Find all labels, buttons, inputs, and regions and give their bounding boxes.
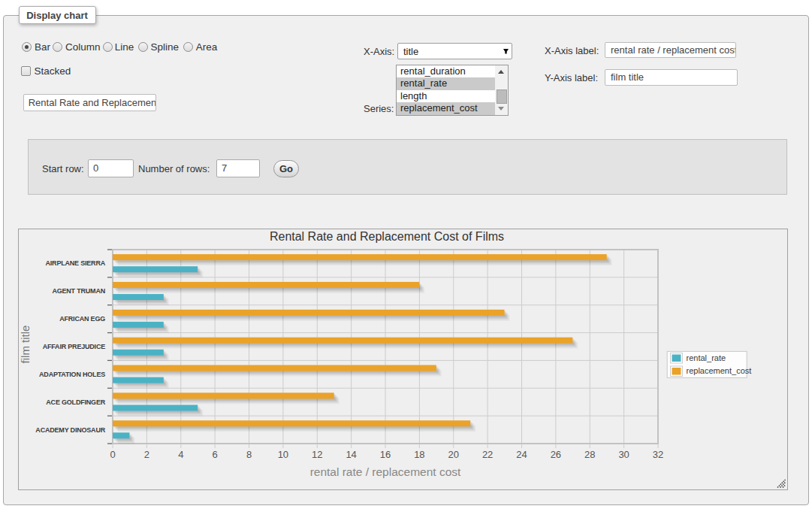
svg-text:ADAPTATION HOLES: ADAPTATION HOLES — [39, 371, 105, 378]
svg-text:16: 16 — [380, 449, 391, 460]
svg-text:AIRPLANE SIERRA: AIRPLANE SIERRA — [45, 259, 105, 267]
svg-text:32: 32 — [653, 449, 663, 460]
svg-text:AGENT TRUMAN: AGENT TRUMAN — [52, 287, 105, 295]
svg-text:rental_rate: rental_rate — [687, 353, 726, 362]
svg-text:film title: film title — [19, 326, 32, 364]
svg-text:22: 22 — [482, 449, 493, 460]
svg-text:rental rate / replacement cost: rental rate / replacement cost — [310, 465, 461, 478]
svg-text:ACADEMY DINOSAUR: ACADEMY DINOSAUR — [35, 426, 105, 434]
svg-text:12: 12 — [312, 449, 322, 460]
svg-text:26: 26 — [551, 449, 561, 460]
svg-text:20: 20 — [448, 449, 459, 460]
svg-text:AFFAIR PREJUDICE: AFFAIR PREJUDICE — [43, 343, 106, 350]
svg-text:6: 6 — [213, 449, 218, 460]
svg-text:28: 28 — [584, 449, 595, 460]
svg-text:24: 24 — [516, 449, 527, 460]
svg-text:14: 14 — [346, 449, 356, 460]
svg-text:4: 4 — [178, 449, 183, 460]
svg-text:18: 18 — [414, 449, 424, 460]
svg-text:30: 30 — [618, 449, 629, 460]
svg-text:2: 2 — [144, 449, 149, 460]
svg-text:replacement_cost: replacement_cost — [687, 366, 752, 375]
svg-text:Rental Rate and Replacement Co: Rental Rate and Replacement Cost of Film… — [270, 230, 504, 243]
svg-text:0: 0 — [110, 449, 115, 460]
svg-text:AFRICAN EGG: AFRICAN EGG — [59, 315, 105, 323]
svg-text:8: 8 — [246, 449, 252, 460]
svg-text:ACE GOLDFINGER: ACE GOLDFINGER — [46, 398, 105, 406]
svg-text:10: 10 — [278, 449, 288, 460]
